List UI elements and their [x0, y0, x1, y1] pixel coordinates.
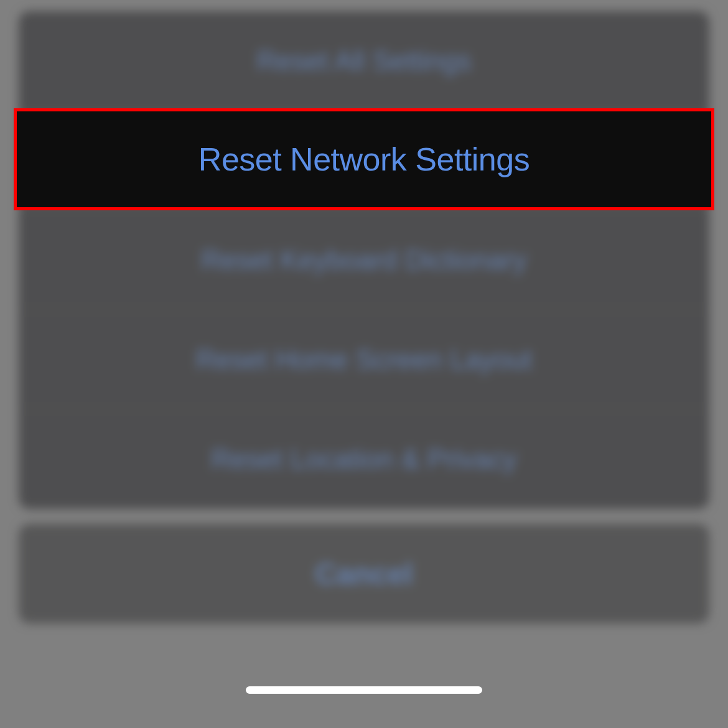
action-label: Reset Network Settings [198, 141, 530, 177]
action-label: Reset Location & Privacy [211, 444, 517, 475]
action-label: Reset Keyboard Dictionary [201, 245, 526, 276]
reset-all-settings-button[interactable]: Reset All Settings [19, 11, 709, 111]
cancel-sheet: Cancel [19, 524, 709, 623]
reset-options-sheet: Reset All Settings Reset Keyboard Dictio… [19, 11, 709, 509]
reset-network-settings-button[interactable]: Reset Network Settings [198, 141, 530, 178]
home-indicator[interactable] [246, 686, 482, 694]
action-label: Reset All Settings [257, 45, 472, 77]
action-label: Reset Home Screen Layout [196, 344, 533, 375]
reset-keyboard-dictionary-button[interactable]: Reset Keyboard Dictionary [19, 210, 709, 310]
cancel-label: Cancel [315, 557, 413, 591]
reset-home-screen-layout-button[interactable]: Reset Home Screen Layout [19, 310, 709, 409]
cancel-button[interactable]: Cancel [19, 524, 709, 623]
highlighted-selection-frame: Reset Network Settings [14, 108, 714, 210]
reset-location-privacy-button[interactable]: Reset Location & Privacy [19, 409, 709, 509]
action-sheet-container: Reset All Settings Reset Keyboard Dictio… [19, 11, 709, 623]
